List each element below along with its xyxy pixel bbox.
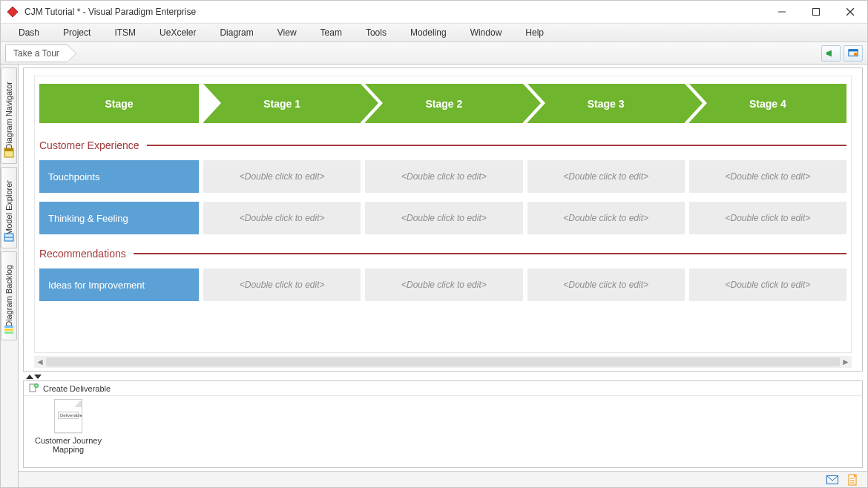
cell-touchpoints-4[interactable]: <Double click to edit>: [689, 160, 846, 193]
svg-marker-0: [7, 7, 18, 17]
announcement-icon[interactable]: [821, 45, 841, 62]
side-tab-diagram-backlog[interactable]: Diagram Backlog: [1, 251, 17, 340]
menu-project[interactable]: Project: [51, 25, 102, 40]
stage-column-1[interactable]: Stage 1: [203, 84, 361, 123]
window-title: CJM Tutorial * - Visual Paradigm Enterpr…: [24, 7, 196, 17]
cell-ideas-4[interactable]: <Double click to edit>: [689, 268, 846, 301]
cell-touchpoints-1[interactable]: <Double click to edit>: [203, 160, 361, 193]
stage-column-2[interactable]: Stage 2: [365, 84, 522, 123]
deliverable-item-cjm[interactable]: Deliverable Customer Journey Mapping: [31, 399, 105, 454]
status-bar: [19, 471, 867, 487]
row-touchpoints: Touchpoints <Double click to edit> <Doub…: [39, 160, 846, 193]
cell-ideas-2[interactable]: <Double click to edit>: [365, 268, 522, 301]
mail-icon[interactable]: [826, 473, 839, 487]
cell-touchpoints-3[interactable]: <Double click to edit>: [527, 160, 685, 193]
menu-uexceler[interactable]: UeXceler: [148, 25, 208, 40]
deliverable-header-label: Create Deliverable: [43, 384, 111, 393]
stage-header-row: Stage Stage 1 Stage 2 Stage 3 Stage 4: [39, 84, 846, 123]
breadcrumb-label: Take a Tour: [13, 48, 59, 59]
stage-header-label-cell[interactable]: Stage: [39, 84, 199, 123]
switch-view-icon[interactable]: [844, 45, 863, 62]
minimize-button[interactable]: [765, 1, 799, 23]
maximize-button[interactable]: [799, 1, 833, 23]
menu-itsm[interactable]: ITSM: [102, 25, 148, 40]
diagram-canvas[interactable]: Stage Stage 1 Stage 2 Stage 3 Stage 4: [23, 67, 863, 372]
deliverable-header[interactable]: Create Deliverable: [24, 381, 862, 396]
row-label-thinking-feeling[interactable]: Thinking & Feeling: [39, 202, 199, 234]
row-label-ideas[interactable]: Ideas for Improvement: [39, 268, 199, 301]
menu-dash[interactable]: Dash: [7, 25, 51, 40]
cell-thinking-3[interactable]: <Double click to edit>: [527, 202, 685, 234]
menu-window[interactable]: Window: [458, 25, 514, 40]
svg-rect-13: [4, 326, 13, 328]
section-recommendations[interactable]: Recommendations: [39, 248, 846, 260]
stage-header-label: Stage: [105, 98, 133, 110]
svg-rect-7: [849, 49, 858, 51]
cell-thinking-4[interactable]: <Double click to edit>: [689, 202, 846, 234]
side-tab-diagram-navigator[interactable]: Diagram Navigator: [1, 67, 17, 164]
app-icon: [7, 6, 19, 18]
deliverable-item-label: Customer Journey Mapping: [31, 436, 105, 454]
scroll-left-icon[interactable]: ◄: [34, 356, 46, 368]
close-button[interactable]: [833, 1, 867, 23]
svg-rect-5: [826, 52, 828, 55]
side-tab-model-explorer[interactable]: Model Explorer: [1, 167, 17, 248]
svg-rect-2: [813, 9, 820, 16]
row-thinking-feeling: Thinking & Feeling <Double click to edit…: [39, 202, 846, 234]
row-ideas: Ideas for Improvement <Double click to e…: [39, 268, 846, 301]
title-bar: CJM Tutorial * - Visual Paradigm Enterpr…: [1, 1, 867, 23]
cell-touchpoints-2[interactable]: <Double click to edit>: [365, 160, 522, 193]
cell-ideas-3[interactable]: <Double click to edit>: [527, 268, 685, 301]
menu-help[interactable]: Help: [513, 25, 556, 40]
breadcrumb-bar: Take a Tour: [1, 42, 867, 65]
model-explorer-icon: [4, 232, 14, 245]
svg-rect-15: [4, 332, 13, 334]
menu-bar: Dash Project ITSM UeXceler Diagram View …: [1, 23, 867, 42]
scroll-right-icon[interactable]: ►: [840, 356, 852, 368]
breadcrumb-tab[interactable]: Take a Tour: [5, 44, 68, 62]
create-deliverable-icon: [28, 383, 39, 395]
row-label-touchpoints[interactable]: Touchpoints: [39, 160, 199, 193]
document-icon[interactable]: [846, 473, 860, 487]
cell-thinking-1[interactable]: <Double click to edit>: [203, 202, 361, 234]
menu-diagram[interactable]: Diagram: [208, 25, 265, 40]
horizontal-scrollbar[interactable]: ◄ ►: [34, 356, 852, 368]
deliverable-thumb-icon: Deliverable: [54, 399, 82, 433]
cell-ideas-1[interactable]: <Double click to edit>: [203, 268, 361, 301]
deliverable-panel: Create Deliverable Deliverable Customer …: [23, 380, 863, 468]
scroll-track[interactable]: [46, 357, 840, 366]
svg-rect-8: [854, 53, 857, 56]
svg-rect-14: [4, 329, 13, 331]
backlog-icon: [4, 324, 14, 337]
svg-rect-10: [4, 148, 13, 151]
stage-column-4[interactable]: Stage 4: [689, 84, 846, 123]
side-tabs: Diagram Navigator Model Explorer Diagram…: [1, 65, 19, 487]
menu-tools[interactable]: Tools: [354, 25, 398, 40]
menu-view[interactable]: View: [266, 25, 309, 40]
navigator-icon: [4, 148, 14, 160]
stage-column-3[interactable]: Stage 3: [527, 84, 685, 123]
panel-resize-grip[interactable]: [19, 373, 867, 380]
section-customer-experience[interactable]: Customer Experience: [39, 139, 846, 151]
cell-thinking-2[interactable]: <Double click to edit>: [365, 202, 522, 234]
menu-team[interactable]: Team: [309, 25, 354, 40]
menu-modeling[interactable]: Modeling: [398, 25, 458, 40]
